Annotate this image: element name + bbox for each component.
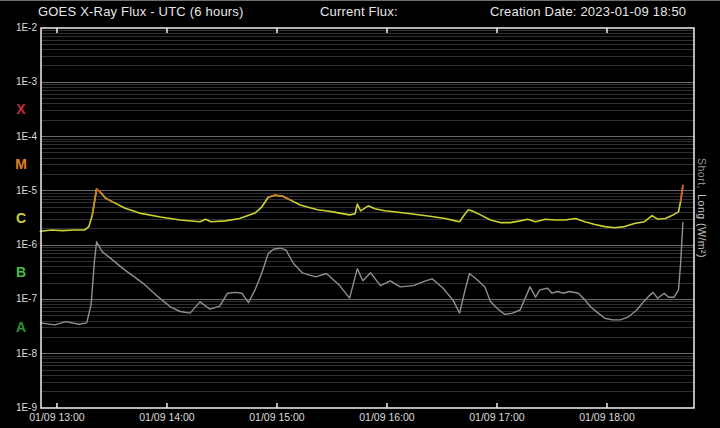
flux-class-C: C	[12, 210, 30, 226]
x-axis-label: 01/09 17:00	[452, 411, 542, 423]
y-axis-label: 1E-4	[0, 131, 37, 142]
x-axis-label: 01/09 15:00	[232, 411, 322, 423]
long-flux-curve-hot-segment	[105, 198, 113, 202]
long-flux-curve-hot-segment	[275, 195, 283, 196]
short-series-label: Short,	[696, 158, 708, 189]
long-flux-curve	[40, 186, 683, 232]
flux-class-M: M	[12, 156, 30, 172]
long-flux-curve-hot-segment	[268, 195, 275, 197]
goes-xray-flux-panel: GOES X-Ray Flux - UTC (6 hours) Current …	[0, 0, 720, 428]
long-flux-curve-hot-segment	[681, 186, 683, 201]
y-axis-label: 1E-7	[0, 293, 37, 304]
x-axis-label: 01/09 18:00	[562, 411, 652, 423]
y-axis-label: 1E-8	[0, 348, 37, 359]
flux-class-X: X	[12, 101, 30, 117]
flux-class-A: A	[12, 319, 30, 335]
y-axis-label: 1E-2	[0, 22, 37, 33]
x-axis-label: 01/09 13:00	[12, 411, 102, 423]
flux-chart	[0, 0, 720, 428]
y-axis-label: 1E-6	[0, 239, 37, 250]
y-axis-unit-label: Short, Long (W/m²)	[696, 158, 708, 358]
y-axis-label: 1E-3	[0, 76, 37, 87]
x-axis-label: 01/09 16:00	[342, 411, 432, 423]
y-axis-label: 1E-5	[0, 185, 37, 196]
x-axis-label: 01/09 14:00	[122, 411, 212, 423]
long-series-label: Long (W/m²)	[696, 194, 708, 258]
flux-class-B: B	[12, 264, 30, 280]
